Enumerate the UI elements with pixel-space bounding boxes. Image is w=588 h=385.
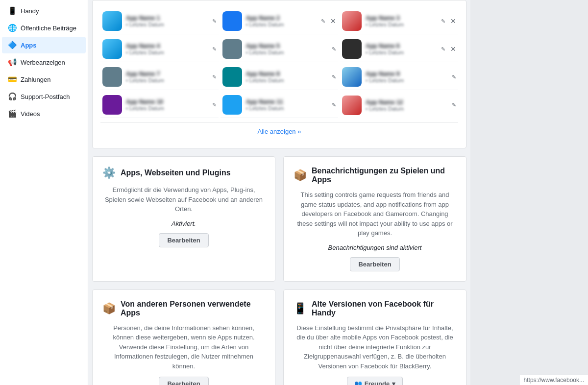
app-meta: • Letztes Datum <box>366 77 448 83</box>
app-actions: ✎ <box>332 102 336 108</box>
app-actions: ✎ <box>452 74 456 80</box>
app-name: App Name 9 <box>366 71 448 77</box>
app-icon <box>342 39 362 59</box>
sidebar-label-oeffentliche: Öffentliche Beiträge <box>21 24 76 32</box>
gear-icon: ⚙️ <box>102 167 116 179</box>
mobile2-icon: 📱 <box>294 302 307 315</box>
app-close-btn[interactable]: ✕ <box>450 45 456 53</box>
list-item: App Name 11 • Letztes Datum ✎ <box>220 92 339 118</box>
apps-grid: App Name 1 • Letztes Datum ✎ App Name 2 … <box>100 8 458 118</box>
app-edit-btn[interactable]: ✎ <box>212 18 217 24</box>
sidebar-item-apps[interactable]: 🔷 Apps <box>2 37 86 53</box>
show-all-link[interactable]: Alle anzeigen » <box>258 128 301 135</box>
sidebar-item-oeffentliche[interactable]: 🌐 Öffentliche Beiträge <box>2 20 86 36</box>
app-actions: ✎ <box>452 102 456 108</box>
card-description-apps-plugins: Ermöglicht dir die Verwendung von Apps, … <box>102 185 265 214</box>
sidebar-item-handy[interactable]: 📱 Handy <box>2 2 86 19</box>
sidebar-label-zahlungen: Zahlungen <box>21 76 50 83</box>
app-meta: • Letztes Datum <box>246 105 328 111</box>
list-item: App Name 9 • Letztes Datum ✎ <box>340 64 458 90</box>
list-item: App Name 10 • Letztes Datum ✎ <box>100 92 219 118</box>
chevron-down-icon: ▾ <box>392 380 395 385</box>
app-actions: ✎ <box>212 46 217 52</box>
list-item: App Name 8 • Letztes Datum ✎ <box>220 64 339 90</box>
app-info: App Name 10 • Letztes Datum <box>126 98 208 111</box>
app-icon <box>102 67 122 87</box>
app-actions: ✎ <box>212 102 217 108</box>
app-name: App Name 1 <box>126 15 208 22</box>
app-name: App Name 4 <box>126 43 208 49</box>
app-meta: • Letztes Datum <box>126 77 208 83</box>
card-header: 📦 Benachrichtigungen zu Spielen und Apps <box>294 167 456 184</box>
card-title-apps-plugins: Apps, Webseiten und Plugins <box>121 168 231 177</box>
card-description-old-versions: Diese Einstellung bestimmt die Privatsph… <box>294 323 456 371</box>
list-item: App Name 5 • Letztes Datum ✎ <box>220 36 339 62</box>
app-info: App Name 5 • Letztes Datum <box>246 43 328 55</box>
app-edit-btn[interactable]: ✎ <box>321 18 325 24</box>
list-item: App Name 1 • Letztes Datum ✎ <box>100 8 219 34</box>
sidebar-label-werbeanzeigen: Werbeanzeigen <box>21 59 65 66</box>
settings-grid: ⚙️ Apps, Webseiten und Plugins Ermöglich… <box>88 156 470 385</box>
bearbeiten-button-3[interactable]: Bearbeiten <box>159 377 208 385</box>
bearbeiten-button-2[interactable]: Bearbeiten <box>350 257 399 271</box>
card-status-apps-plugins: Aktiviert. <box>102 220 265 227</box>
app-edit-btn[interactable]: ✎ <box>212 74 217 80</box>
app-name: App Name 7 <box>126 71 208 77</box>
card-btn-wrap: Bearbeiten <box>102 377 265 385</box>
app-name: App Name 2 <box>246 15 318 22</box>
sidebar-item-zahlungen[interactable]: 💳 Zahlungen <box>2 71 86 88</box>
app-edit-btn[interactable]: ✎ <box>332 74 336 80</box>
app-close-btn[interactable]: ✕ <box>330 17 336 25</box>
app-edit-btn[interactable]: ✎ <box>452 74 456 80</box>
app-edit-btn[interactable]: ✎ <box>441 18 445 24</box>
sidebar-label-handy: Handy <box>21 7 39 15</box>
app-close-btn[interactable]: ✕ <box>450 17 456 25</box>
freunde-dropdown-button[interactable]: 👥 Freunde ▾ <box>347 377 403 385</box>
list-item: App Name 3 • Letztes Datum ✎ ✕ <box>340 8 458 34</box>
main-content: App Name 1 • Letztes Datum ✎ App Name 2 … <box>88 0 470 385</box>
app-actions: ✎ <box>212 74 217 80</box>
card-header: ⚙️ Apps, Webseiten und Plugins <box>102 167 265 179</box>
app-meta: • Letztes Datum <box>246 22 318 27</box>
app-name: App Name 3 <box>366 15 437 22</box>
app-info: App Name 12 • Letztes Datum <box>366 99 448 112</box>
app-info: App Name 1 • Letztes Datum <box>126 15 208 27</box>
sidebar: 📱 Handy 🌐 Öffentliche Beiträge 🔷 Apps 📢 … <box>0 0 88 385</box>
app-info: App Name 4 • Letztes Datum <box>126 43 208 55</box>
sidebar-item-videos[interactable]: 🎬 Videos <box>2 105 86 122</box>
support-icon: 🎧 <box>8 92 17 101</box>
card-title-other-persons: Von anderen Personen verwendete Apps <box>121 300 265 317</box>
list-item: App Name 12 • Letztes Datum ✎ <box>340 92 458 118</box>
app-edit-btn[interactable]: ✎ <box>332 102 336 108</box>
card-description-notifications: This setting controls game requests from… <box>294 190 456 238</box>
bearbeiten-button-1[interactable]: Bearbeiten <box>159 233 208 247</box>
card-btn-wrap: 👥 Freunde ▾ <box>294 377 456 385</box>
app-edit-btn[interactable]: ✎ <box>441 46 445 52</box>
card-description-other-persons: Personen, die deine Informationen sehen … <box>102 323 265 371</box>
app-info: App Name 9 • Letztes Datum <box>366 71 448 83</box>
app-name: App Name 8 <box>246 71 328 77</box>
app-edit-btn[interactable]: ✎ <box>332 46 336 52</box>
app-icon <box>222 67 242 87</box>
app-actions: ✎ ✕ <box>441 45 456 53</box>
app-icon <box>102 95 122 115</box>
sidebar-label-apps: Apps <box>21 42 37 49</box>
apps-grid-section: App Name 1 • Letztes Datum ✎ App Name 2 … <box>92 0 466 148</box>
sidebar-item-support[interactable]: 🎧 Support-Postfach <box>2 88 86 105</box>
card-btn-wrap: Bearbeiten <box>102 233 265 247</box>
box2-icon: 📦 <box>102 302 116 315</box>
app-edit-btn[interactable]: ✎ <box>212 102 217 108</box>
show-all-section: Alle anzeigen » <box>100 122 458 140</box>
app-actions: ✎ ✕ <box>441 17 456 25</box>
app-meta: • Letztes Datum <box>126 49 208 55</box>
card-old-versions: 📱 Alte Versionen von Facebook für Handy … <box>283 289 466 385</box>
sidebar-label-support: Support-Postfach <box>21 93 70 100</box>
app-edit-btn[interactable]: ✎ <box>212 46 217 52</box>
ads-icon: 📢 <box>8 58 17 67</box>
app-edit-btn[interactable]: ✎ <box>452 102 456 108</box>
app-actions: ✎ ✕ <box>321 17 336 25</box>
box-icon: 📦 <box>294 169 307 182</box>
sidebar-label-videos: Videos <box>21 110 40 118</box>
card-title-notifications: Benachrichtigungen zu Spielen und Apps <box>312 167 456 184</box>
sidebar-item-werbeanzeigen[interactable]: 📢 Werbeanzeigen <box>2 54 86 71</box>
